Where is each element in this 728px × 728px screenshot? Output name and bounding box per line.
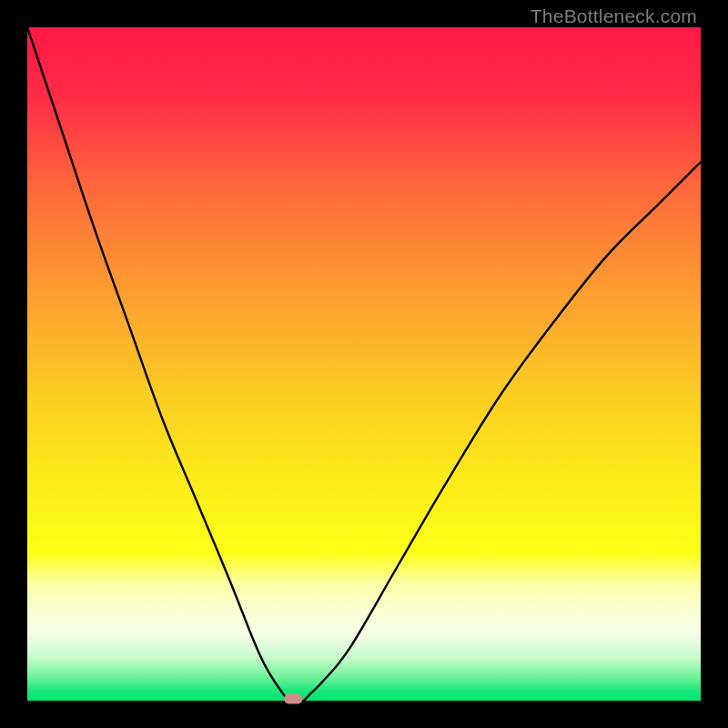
curve-layer [27, 27, 701, 701]
optimal-point-marker [284, 694, 302, 704]
watermark-label: TheBottleneck.com [531, 5, 697, 27]
plot-area [27, 27, 701, 701]
bottleneck-curve [27, 27, 701, 702]
chart-frame: TheBottleneck.com [0, 0, 728, 728]
